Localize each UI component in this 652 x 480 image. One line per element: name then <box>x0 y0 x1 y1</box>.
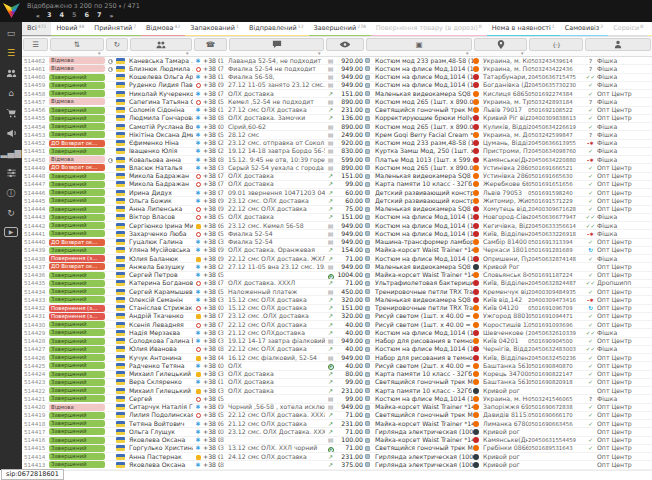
status-sort-icon[interactable]: ⇅ <box>50 38 104 51</box>
messenger-icon[interactable] <box>193 321 203 329</box>
order-row[interactable]: 514440 ДО Возврат ок... Гуцалюк Галина ∗… <box>22 239 652 247</box>
tracking-number[interactable]: 0503241546065 <box>528 395 584 403</box>
messenger-icon[interactable]: ∗ <box>193 404 203 412</box>
phone-number[interactable]: +38 0 <box>203 247 220 255</box>
phone-number[interactable]: +38 0 <box>203 98 220 106</box>
product-image-icon[interactable] <box>365 297 370 302</box>
tracking-number[interactable]: 20450632483003 <box>528 346 584 354</box>
order-row[interactable]: 514437 ДО Возврат ок... Анжела Безушку ∗… <box>22 263 652 271</box>
messenger-icon[interactable]: ∗ <box>193 263 203 271</box>
product-image-icon[interactable] <box>365 421 370 426</box>
video-icon[interactable]: ▶ <box>4 227 18 237</box>
phone-number[interactable]: +38 0 <box>203 420 220 428</box>
phone-number[interactable]: +38 0 <box>203 107 220 115</box>
tracking-number[interactable]: 20450634098760 <box>528 148 584 156</box>
tracking-number[interactable]: 20400309484935 <box>528 288 584 296</box>
phone-number[interactable]: +38 0 <box>203 288 220 296</box>
order-row[interactable]: 514453 Завершений Нікітіна Оксана Дми.. … <box>22 131 652 139</box>
order-row[interactable]: 514427 Завершений Юлия Иванова +38 0 8 2… <box>22 346 652 354</box>
messenger-icon[interactable]: ∗ <box>193 74 203 82</box>
messenger-icon[interactable]: ∗ <box>193 156 203 164</box>
messenger-icon[interactable] <box>193 255 203 263</box>
order-row[interactable]: 514430 Завершений Ксенія Левадняя +38 0 … <box>22 321 652 329</box>
phone-number[interactable]: +38 0 <box>203 263 220 271</box>
messenger-icon[interactable]: ∗ <box>193 420 203 428</box>
order-row[interactable]: 514436 Завершений Сергей Петров ∗ +38 0 … <box>22 272 652 280</box>
filter-caret-icon[interactable]: ▾ <box>186 50 189 56</box>
phone-number[interactable]: +38 0 <box>203 428 220 436</box>
order-row[interactable]: 514456 Завершений Соломія Сідоніна ∗ +38… <box>22 107 652 115</box>
order-row[interactable]: 514447 Завершений Микола Бадражан +38 0 … <box>22 181 652 189</box>
last-page-icon[interactable]: » <box>110 12 113 19</box>
product-image-icon[interactable] <box>365 256 370 261</box>
product-image-icon[interactable] <box>365 231 370 236</box>
messenger-icon[interactable]: ∗ <box>193 272 203 280</box>
refresh-icon[interactable]: ↻ <box>106 38 128 51</box>
page-4[interactable]: 4 <box>59 11 64 19</box>
address-pin-icon[interactable] <box>474 38 527 51</box>
product-image-icon[interactable] <box>365 248 370 253</box>
phone-number[interactable]: +38 0 <box>203 346 220 354</box>
messenger-icon[interactable] <box>193 82 203 90</box>
menu-icon[interactable]: ☰ <box>7 47 15 59</box>
product-image-icon[interactable] <box>365 396 370 401</box>
tracking-number[interactable]: 20450632874148 <box>528 255 584 263</box>
phone-number[interactable]: +38 0 <box>203 173 220 181</box>
tracking-number[interactable]: 0501691571229 <box>528 197 584 205</box>
phone-number[interactable]: +38 0 <box>203 445 220 453</box>
order-row[interactable]: 514452 ДО Возврат ок... Єфименко Ніна ∗ … <box>22 140 652 148</box>
megaphone-icon[interactable] <box>6 127 17 139</box>
product-image-icon[interactable] <box>365 240 370 245</box>
tab-Прийнятий[interactable]: Прийнятий7 <box>89 22 141 37</box>
tracking-number[interactable]: 0501691096709 <box>528 305 584 313</box>
messenger-icon[interactable] <box>193 98 203 106</box>
messenger-icon[interactable]: ∗ <box>193 90 203 98</box>
order-row[interactable]: 514434 Завершений Сергей Карамышев ∗ +38… <box>22 288 652 296</box>
phone-number[interactable]: +38 0 <box>203 82 220 90</box>
messenger-icon[interactable] <box>193 222 203 230</box>
order-row[interactable]: 514414 Завершений Анна Пастернак +38 0 1… <box>22 453 652 461</box>
order-row[interactable]: 514445 Завершений Ольга Божик ∗ +38 0 9 … <box>22 197 652 205</box>
tracking-number[interactable]: 0501690822147 <box>528 371 584 379</box>
messenger-icon[interactable]: ∗ <box>193 123 203 131</box>
order-row[interactable]: 514446 Завершений Ирина Дидух ∗ +38 0 7 … <box>22 189 652 197</box>
phone-number[interactable]: +38 0 <box>203 131 220 139</box>
product-image-icon[interactable] <box>365 355 370 360</box>
product-image-icon[interactable] <box>365 264 370 269</box>
tracking-number[interactable]: 0501691093696 <box>528 321 584 329</box>
product-image-icon[interactable] <box>365 322 370 327</box>
phone-number[interactable]: +38 0 <box>203 181 220 189</box>
sliders-icon[interactable] <box>6 167 17 179</box>
product-image-icon[interactable] <box>365 66 370 71</box>
product-image-icon[interactable] <box>365 462 370 467</box>
phone-number[interactable]: +38 0 <box>203 115 220 123</box>
tracking-number[interactable]: 0501692108522 <box>528 107 584 115</box>
phone-number[interactable]: +38 0 <box>203 65 220 73</box>
product-image-icon[interactable] <box>365 108 370 113</box>
order-row[interactable]: 514460 Завершений Кошелева Ольга Ар.. ∗ … <box>22 74 652 82</box>
messenger-icon[interactable]: ∗ <box>193 107 203 115</box>
messenger-icon[interactable] <box>193 371 203 379</box>
order-row[interactable]: 514417 Завершений Ольга Глущук ∗ +38 0 0… <box>22 428 652 436</box>
messenger-icon[interactable] <box>193 181 203 189</box>
product-image-icon[interactable] <box>365 124 370 129</box>
product-image-icon[interactable] <box>365 454 370 459</box>
phone-number[interactable]: +38 0 <box>203 379 220 387</box>
messenger-icon[interactable]: ∗ <box>193 379 203 387</box>
clients-icon[interactable] <box>130 38 192 51</box>
tracking-number[interactable] <box>528 453 584 461</box>
messenger-icon[interactable]: ∗ <box>193 197 203 205</box>
product-image-icon[interactable] <box>365 215 370 220</box>
tracking-number[interactable]: 20450636677947 <box>528 214 584 222</box>
product-image-icon[interactable] <box>365 388 370 393</box>
tracking-number[interactable] <box>528 263 584 271</box>
product-image-icon[interactable] <box>365 116 370 121</box>
order-row[interactable]: 514462 Відмова Каневська Тамара .. ∗ +38… <box>22 57 652 65</box>
product-image-icon[interactable] <box>365 372 370 377</box>
phone-number[interactable]: +38 0 <box>203 280 220 288</box>
tab-Новий[interactable]: Новий48 <box>51 22 89 37</box>
messenger-icon[interactable] <box>193 412 203 420</box>
phone-number[interactable]: +38 0 <box>203 222 220 230</box>
phone-number[interactable]: +38 0 <box>203 164 220 172</box>
order-row[interactable]: 514449 ДО Возврат ок... Власюк Наталья ∗… <box>22 164 652 172</box>
